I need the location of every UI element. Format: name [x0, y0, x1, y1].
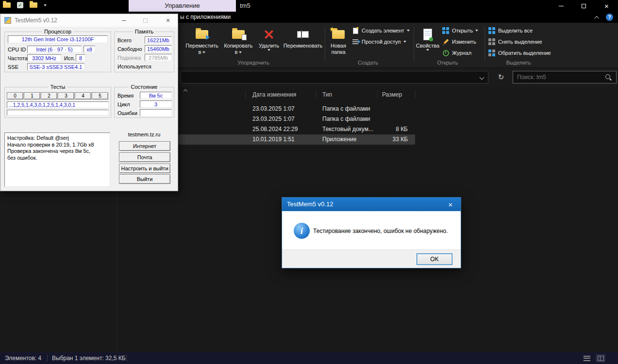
quick-access-toolbar: ✓ [3, 2, 47, 8]
cycle-field: 3 [140, 100, 172, 108]
thumbnails-view-button[interactable] [596, 354, 605, 362]
status-divider [126, 355, 127, 362]
test-button-1[interactable]: 1 [24, 92, 40, 99]
test-button-0[interactable]: 0 [7, 92, 23, 99]
cpu-id-field: Intel (6 · 97 · 5) [27, 46, 82, 53]
ok-button[interactable]: OK [417, 253, 452, 265]
move-to-button[interactable]: Переместить в [183, 26, 221, 55]
memory-free-field: 15460Mb [145, 45, 172, 52]
log-line: Проверка закончена через 8м 5с, [7, 148, 107, 155]
details-view-button[interactable] [582, 354, 592, 362]
qat-folder-icon[interactable] [3, 2, 11, 8]
cell-type: Папка с файлами [322, 116, 370, 122]
column-separator[interactable] [415, 90, 416, 99]
history-icon [442, 49, 450, 57]
ribbon-group-new: Создать [358, 60, 378, 66]
search-icon[interactable] [605, 74, 612, 81]
rename-button[interactable]: Переименовать [283, 26, 323, 49]
ribbon-separator [484, 27, 485, 62]
select-all-button[interactable]: Выделить все [488, 26, 533, 35]
log-line: Настройка: Default @serj [7, 135, 107, 142]
dialog-close-button[interactable]: × [444, 199, 457, 209]
cell-type: Папка с файлами [322, 105, 370, 112]
minimize-button[interactable] [550, 0, 572, 12]
internet-button[interactable]: Интернет [119, 141, 170, 151]
exit-button[interactable]: Выйти [119, 174, 170, 184]
tab-application-tools[interactable]: ы с приложениями [180, 12, 231, 23]
sort-ascending-icon [184, 89, 187, 93]
ribbon-group-open: Открыть [437, 60, 458, 66]
select-none-label: Снять выделение [498, 39, 542, 45]
open-icon [442, 27, 450, 34]
column-header-date[interactable]: Дата изменения [252, 91, 296, 98]
maximize-button[interactable] [572, 0, 595, 12]
select-none-button[interactable]: Снять выделение [488, 37, 542, 46]
cpu-threads-field: x8 [84, 46, 95, 53]
open-button[interactable]: Открыть [442, 26, 478, 35]
test-button-4[interactable]: 4 [75, 92, 91, 99]
search-input[interactable] [513, 74, 605, 81]
ribbon-separator [325, 27, 325, 62]
screen: ✓ Управление tm5 × ы с приложениями ? Пе… [0, 0, 618, 364]
help-button[interactable]: ? [606, 14, 613, 21]
column-separator[interactable] [245, 90, 246, 99]
qat-new-folder-icon[interactable] [30, 2, 37, 8]
ribbon-separator [414, 27, 414, 62]
testmem5-maximize-button[interactable] [141, 17, 150, 24]
history-button[interactable]: Журнал [442, 49, 471, 57]
select-none-icon [488, 38, 496, 46]
easy-access-label: Простой доступ [362, 39, 401, 45]
select-all-label: Выделить все [498, 28, 533, 33]
testmem5-minimize-button[interactable] [119, 17, 128, 24]
test-button-3[interactable]: 3 [58, 92, 74, 99]
test-button-5[interactable]: 5 [92, 92, 108, 99]
dialog-titlebar[interactable]: TestMem5 v0.12 [282, 198, 461, 211]
close-button[interactable]: × [595, 0, 618, 12]
column-header-size[interactable]: Размер [382, 91, 402, 98]
new-item-icon [351, 27, 359, 34]
address-bar[interactable] [181, 71, 488, 83]
sse-field: SSE-3 sSSE3 SSE4.1 [27, 63, 84, 70]
cpu-name-field: 12th Gen Intel Core i3-12100F [8, 35, 108, 43]
refresh-button[interactable]: ↻ [494, 71, 508, 83]
invert-selection-button[interactable]: Обратить выделение [488, 49, 551, 57]
column-separator[interactable] [316, 90, 316, 99]
qat-properties-icon[interactable]: ✓ [17, 2, 23, 8]
new-item-button[interactable]: Создать элемент [351, 26, 410, 35]
usage-field: 8 [76, 54, 85, 62]
column-header-type[interactable]: Тип [322, 91, 332, 98]
testmem5-close-button[interactable]: × [164, 17, 172, 24]
dropdown-arrow-icon [267, 49, 270, 51]
edit-label: Изменить [452, 39, 476, 45]
mail-button[interactable]: Почта [119, 152, 170, 162]
delete-button[interactable]: Удалить [255, 26, 283, 51]
view-toggle-group [582, 354, 605, 362]
test-button-2[interactable]: 2 [41, 92, 57, 99]
minimize-icon [122, 20, 126, 21]
properties-button[interactable]: Свойства [415, 26, 440, 51]
easy-access-button[interactable]: Простой доступ [351, 37, 406, 46]
cell-date: 10.01.2019 1:51 [252, 136, 295, 143]
tab-manage[interactable]: Управление [129, 0, 236, 12]
frequency-label: Частота [8, 55, 28, 61]
cell-date: 23.03.2025 1:07 [252, 105, 295, 112]
edit-pencil-icon [442, 38, 450, 46]
column-separator[interactable] [377, 90, 378, 99]
dropdown-arrow-icon [239, 51, 242, 53]
edit-button[interactable]: Изменить [442, 37, 476, 46]
copy-to-button[interactable]: Копировать в [222, 26, 255, 55]
items-count: Элементов: 4 [5, 355, 41, 362]
close-icon: × [166, 17, 170, 24]
address-dropdown-icon[interactable] [480, 75, 484, 80]
ribbon-collapse-button[interactable] [594, 14, 601, 21]
new-folder-button[interactable]: Новая папка [326, 26, 351, 55]
testmem5-titlebar[interactable]: TestMem5 v0.12 × [0, 14, 178, 27]
cell-size: 33 КБ [344, 136, 408, 143]
properties-label: Свойства [415, 43, 440, 49]
copy-to-label-2: в [235, 49, 238, 55]
test-sequence-field: ...1,2,5,1,4,3,0,1,2,5,1,4,3,0,1 [7, 101, 109, 108]
configure-exit-button[interactable]: Настроить и выйти [119, 164, 170, 173]
dropdown-arrow-icon [475, 30, 478, 32]
qat-customize-icon[interactable] [44, 4, 47, 6]
tests-group-label: Тесты [49, 84, 67, 90]
